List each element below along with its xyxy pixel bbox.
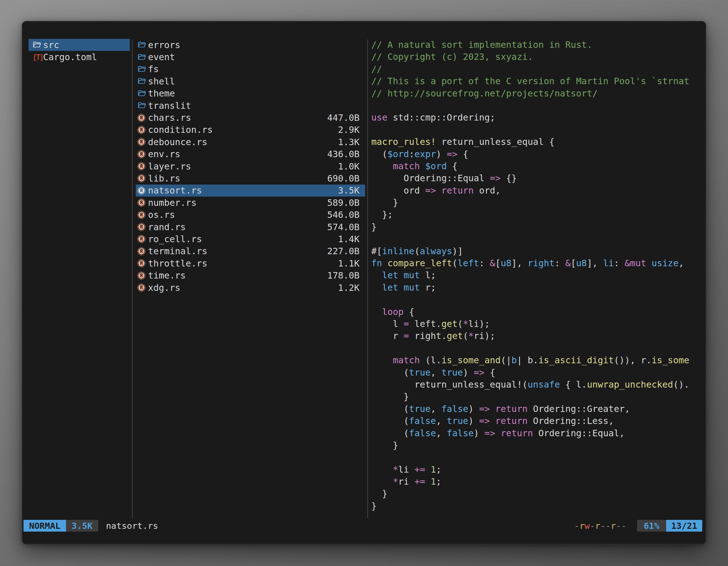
code-token: 1 xyxy=(431,476,436,487)
code-token: = xyxy=(404,318,409,329)
code-token: ()), r. xyxy=(614,355,652,365)
code-line: #[inline(always)] xyxy=(371,245,702,257)
rust-file-icon: R xyxy=(137,259,148,267)
file-row[interactable]: Rnumber.rs589.0B xyxy=(136,197,365,209)
code-token: true xyxy=(447,415,468,426)
file-row[interactable]: Ros.rs546.0B xyxy=(136,209,365,221)
rust-logo-icon: R xyxy=(137,138,145,146)
code-token: fn xyxy=(371,258,382,269)
file-name: time.rs xyxy=(148,270,186,281)
code-token: return_unless_equal { xyxy=(436,137,555,147)
file-size: 574.0B xyxy=(327,222,360,233)
code-token: get xyxy=(447,330,463,341)
code-token: match xyxy=(393,161,420,172)
code-token: (| xyxy=(501,355,511,365)
code-token: * xyxy=(393,476,398,487)
code-token: ], xyxy=(511,258,528,269)
code-line: } xyxy=(371,488,702,500)
file-name: event xyxy=(148,52,175,62)
code-token: let xyxy=(382,282,398,293)
file-row[interactable]: Renv.rs436.0B xyxy=(136,148,365,160)
code-token: ri); xyxy=(474,330,495,341)
code-token: * xyxy=(468,330,474,341)
file-row[interactable]: Rro_cell.rs1.4K xyxy=(136,233,365,245)
file-row[interactable]: Rlayer.rs1.0K xyxy=(136,160,365,172)
code-line: (false, true) => return Ordering::Less, xyxy=(371,415,702,427)
dir-row[interactable]: shell xyxy=(136,75,365,87)
code-token: { xyxy=(457,149,468,159)
code-token: r; xyxy=(420,282,436,293)
code-token: false xyxy=(409,415,436,426)
code-token: ( xyxy=(371,367,409,378)
code-token: std::cmp::Ordering; xyxy=(388,112,495,123)
file-row[interactable]: Rxdg.rs1.2K xyxy=(136,282,365,293)
code-token: left. xyxy=(409,318,442,329)
file-name: translit xyxy=(148,100,191,111)
code-token: ) xyxy=(474,428,485,438)
code-token xyxy=(371,161,393,172)
file-name: shell xyxy=(148,76,175,87)
code-token: compare_left xyxy=(388,258,452,269)
file-row[interactable]: Rrand.rs574.0B xyxy=(136,221,365,233)
dir-row[interactable]: fs xyxy=(136,63,365,75)
code-token: & xyxy=(565,258,571,269)
code-token: ord, xyxy=(474,185,501,196)
file-size: 589.0B xyxy=(327,198,360,208)
code-token xyxy=(436,185,441,196)
code-line: macro_rules! return_unless_equal { xyxy=(371,136,702,148)
scroll-percent-badge: 61% xyxy=(637,520,666,532)
code-token: l; xyxy=(420,270,436,281)
code-token: return xyxy=(495,403,528,414)
code-line: // A natural sort implementation in Rust… xyxy=(371,39,702,51)
code-line: let mut l; xyxy=(371,269,702,281)
code-token: }; xyxy=(371,209,393,220)
dir-row[interactable]: errors xyxy=(136,39,365,51)
file-size: 1.2K xyxy=(338,283,360,293)
folder-icon xyxy=(32,41,43,49)
file-row[interactable]: Rchars.rs447.0B xyxy=(136,112,365,124)
file-row[interactable]: Rlib.rs690.0B xyxy=(136,172,365,184)
rust-file-icon: R xyxy=(137,272,148,280)
permission-flag: -- xyxy=(600,521,610,531)
code-token: (). xyxy=(673,379,689,390)
file-name: src xyxy=(43,40,59,50)
file-row[interactable]: Rnatsort.rs3.5K xyxy=(136,185,365,197)
file-name: lib.rs xyxy=(148,173,180,184)
folder-icon xyxy=(137,89,148,98)
file-row[interactable]: Rdebounce.rs1.3K xyxy=(136,136,365,148)
file-row[interactable]: Rterminal.rs227.0B xyxy=(136,245,365,257)
code-token: left xyxy=(457,258,479,269)
file-name: errors xyxy=(148,40,180,50)
dir-row[interactable]: event xyxy=(136,51,365,63)
code-token xyxy=(398,270,403,281)
dir-row[interactable]: translit xyxy=(136,100,365,112)
file-row[interactable]: [T]Cargo.toml xyxy=(29,51,130,63)
code-line: // http://sourcefrog.net/projects/natsor… xyxy=(371,88,702,100)
code-token: } xyxy=(371,197,398,208)
file-row[interactable]: Rcondition.rs2.9K xyxy=(136,124,365,136)
rust-logo-icon: R xyxy=(137,150,145,158)
file-size-badge: 3.5K xyxy=(66,520,98,532)
rust-file-icon: R xyxy=(137,126,148,134)
toml-logo-icon: [T] xyxy=(32,53,43,62)
code-line: *li += 1; xyxy=(371,464,702,476)
code-line: l = left.get(*li); xyxy=(371,318,702,330)
permission-flag: - xyxy=(574,521,579,531)
code-token: => xyxy=(425,185,436,196)
code-token: li xyxy=(398,464,414,475)
folder-icon xyxy=(137,53,148,62)
file-row[interactable]: Rthrottle.rs1.1K xyxy=(136,257,365,269)
code-line: (true, false) => return Ordering::Greate… xyxy=(371,403,702,415)
permission-flag: r xyxy=(579,521,585,531)
current-filename: natsort.rs xyxy=(106,520,158,532)
dir-row[interactable]: src xyxy=(29,39,130,51)
code-token: : xyxy=(479,258,490,269)
code-token: ( xyxy=(414,246,420,257)
code-token: : xyxy=(409,149,414,159)
code-token: return xyxy=(495,415,528,426)
code-token: ; xyxy=(436,476,441,487)
file-row[interactable]: Rtime.rs178.0B xyxy=(136,269,365,281)
dir-row[interactable]: theme xyxy=(136,88,365,100)
file-size: 690.0B xyxy=(327,173,360,184)
code-token: return xyxy=(501,428,533,438)
